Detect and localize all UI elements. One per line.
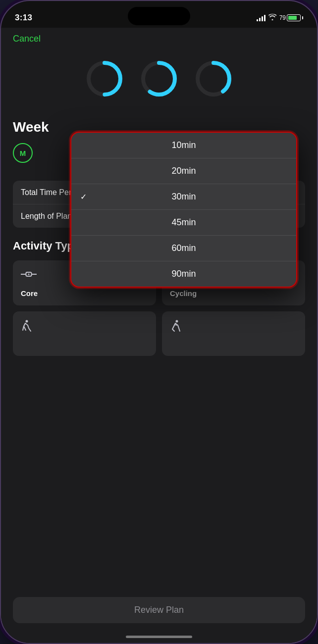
dropdown-item-90min[interactable]: 90min xyxy=(71,261,296,287)
status-icons: 79 xyxy=(257,14,303,22)
svg-point-9 xyxy=(28,273,29,275)
dynamic-island xyxy=(128,7,190,25)
running-icon xyxy=(170,319,297,336)
battery-icon: 79 xyxy=(279,14,303,21)
battery-fill xyxy=(288,16,297,20)
dropdown-item-30min-label: 30min xyxy=(81,192,286,202)
dropdown-item-10min[interactable]: 10min xyxy=(71,133,296,158)
battery-body xyxy=(287,14,301,21)
dropdown-item-90min-label: 90min xyxy=(81,269,286,279)
core-label: Core xyxy=(21,289,148,297)
cancel-button[interactable]: Cancel xyxy=(13,34,41,44)
day-circle-m[interactable]: M xyxy=(13,143,33,163)
activity-card-walking[interactable] xyxy=(13,311,156,356)
dropdown-item-45min-label: 45min xyxy=(81,217,286,228)
review-plan-button[interactable]: Review Plan xyxy=(13,597,305,623)
time-dropdown[interactable]: 10min 20min ✓ 30min 45min 60min xyxy=(70,132,297,288)
dropdown-item-60min[interactable]: 60min xyxy=(71,236,296,261)
signal-bars-icon xyxy=(257,14,265,21)
cycling-label: Cycling xyxy=(170,289,297,297)
status-time: 3:13 xyxy=(15,13,32,23)
svg-point-13 xyxy=(26,320,28,323)
ring-2 xyxy=(139,59,179,100)
ring-1 xyxy=(85,59,124,100)
dropdown-item-20min[interactable]: 20min xyxy=(71,158,296,184)
battery-tip xyxy=(302,16,303,19)
dropdown-item-10min-label: 10min xyxy=(81,140,286,150)
length-label: Length of Plan xyxy=(21,212,72,221)
checkmark-icon: ✓ xyxy=(80,192,87,201)
dropdown-item-30min[interactable]: ✓ 30min xyxy=(71,184,296,210)
walking-icon xyxy=(21,319,148,336)
svg-point-14 xyxy=(176,320,178,323)
dropdown-item-20min-label: 20min xyxy=(81,166,286,176)
battery-percent: 79 xyxy=(279,14,286,21)
fitness-rings-area xyxy=(1,50,317,109)
dropdown-item-45min[interactable]: 45min xyxy=(71,210,296,236)
home-indicator xyxy=(126,636,192,638)
activity-card-running[interactable] xyxy=(162,311,305,356)
main-content: Cancel xyxy=(1,28,317,643)
nav-bar: Cancel xyxy=(1,28,317,50)
bottom-bar: Review Plan xyxy=(1,589,317,643)
phone-frame: 3:13 79 xyxy=(0,0,318,644)
wifi-icon xyxy=(268,14,276,22)
dropdown-item-60min-label: 60min xyxy=(81,243,286,253)
ring-3 xyxy=(194,59,233,100)
screen: 3:13 79 xyxy=(1,1,317,643)
